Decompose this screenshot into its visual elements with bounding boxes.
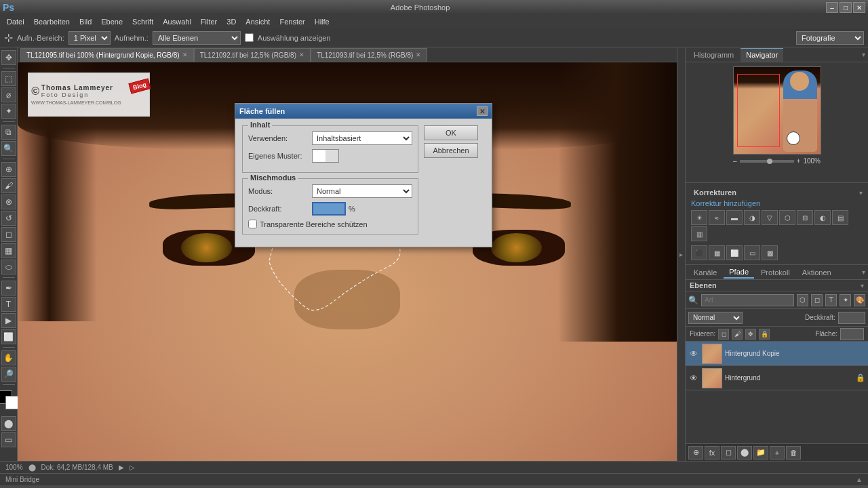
k-photo-icon[interactable]: ▤ [832,210,848,225]
eyedropper-tool[interactable]: 🔍 [1,141,16,156]
tab-1-close[interactable]: ✕ [182,52,188,58]
verwenden-select[interactable]: Inhaltsbasiert Vordergrundfarbe Hintergr… [312,131,412,145]
menu-auswahl[interactable]: Auswahl [159,16,195,27]
aufn-bereich-select[interactable]: 1 Pixel [68,31,111,45]
k-gradient-map-icon[interactable]: ▭ [744,245,760,260]
nav-zoom-thumb[interactable] [767,159,772,164]
layer-filter-btn-2[interactable]: ◻ [811,294,823,306]
aufnehm-select[interactable]: Alle Ebenen [153,31,241,45]
path-select-tool[interactable]: ▶ [1,313,16,328]
stamp-tool[interactable]: ⊗ [1,195,16,209]
menu-bearbeiten[interactable]: Bearbeiten [30,16,74,27]
k-exposure-icon[interactable]: ◑ [744,210,760,225]
magic-wand-tool[interactable]: ✦ [1,104,16,119]
channel-panel-collapse[interactable]: ▾ [862,268,865,276]
modus-select[interactable]: Normal Auflösen Abdunkeln Multiplizieren [312,184,412,198]
k-vibrance-icon[interactable]: ▽ [762,210,778,225]
menu-3d[interactable]: 3D [222,16,240,27]
brush-tool[interactable]: 🖌 [1,178,16,193]
new-group-btn[interactable]: 📁 [753,446,768,460]
layer-filter-btn-1[interactable]: ⬡ [797,294,808,306]
right-panel-collapse[interactable]: ▸ [677,47,685,461]
nav-view-box[interactable] [737,74,780,147]
pattern-preview[interactable] [312,149,339,163]
cancel-button[interactable]: Abbrechen [424,143,478,158]
k-threshold-icon[interactable]: ⬜ [726,245,743,260]
korrektur-hinzufuegen-link[interactable]: Korrektur hinzufügen [688,198,763,209]
minimize-button[interactable]: – [826,2,838,13]
new-layer-btn[interactable]: + [770,446,785,460]
tab-navigator[interactable]: Navigator [741,48,783,62]
lasso-tool[interactable]: ⌀ [1,87,16,102]
k-invert-icon[interactable]: ⬛ [691,245,707,260]
nav-panel-collapse[interactable]: ▾ [862,51,865,58]
menu-datei[interactable]: Datei [3,16,28,27]
menu-ebene[interactable]: Ebene [97,16,127,27]
k-curves-icon[interactable]: ≈ [709,210,725,225]
korrekturen-collapse[interactable]: ▾ [859,189,863,197]
layer-search-input[interactable] [701,294,794,306]
quick-mask-btn[interactable]: ⬤ [1,416,16,431]
layer-filter-btn-5[interactable]: 🎨 [854,294,865,306]
history-brush-tool[interactable]: ↺ [1,211,16,226]
gradient-tool[interactable]: ▦ [1,243,16,258]
k-colorbal-icon[interactable]: ⊟ [797,210,813,225]
k-posterize-icon[interactable]: ▦ [709,245,725,260]
eraser-tool[interactable]: ◻ [1,227,16,242]
menu-ansicht[interactable]: Ansicht [241,16,274,27]
fix-position-icon[interactable]: ✥ [745,329,756,340]
fix-all-icon[interactable]: 🔒 [759,329,770,340]
text-tool[interactable]: T [1,297,16,312]
shape-tool[interactable]: ⬜ [1,329,16,344]
tab-aktionen[interactable]: Aktionen [797,267,837,278]
k-channel-icon[interactable]: ▥ [691,226,707,241]
marquee-tool[interactable]: ⬚ [1,71,16,86]
transparent-checkbox[interactable] [248,220,257,228]
tab-2-close[interactable]: ✕ [299,52,304,58]
fill-dialog-close-button[interactable]: ✕ [477,106,488,116]
fix-transparent-icon[interactable]: ◻ [718,329,729,340]
layer-item-hintergrund[interactable]: 👁 Hintergrund 🔒 [686,366,868,390]
layer-filter-btn-3[interactable]: T [825,294,837,306]
tab-2[interactable]: TL121092.tif bei 12,5% (RGB/8) ✕ [194,48,311,62]
zoom-in-icon[interactable]: + [797,157,801,165]
screen-mode-btn[interactable]: ▭ [1,432,16,447]
add-style-btn[interactable]: fx [705,446,719,460]
selection-tool-icon[interactable]: ⊹ [4,31,13,44]
tab-kanale[interactable]: Kanäle [688,267,722,278]
tab-histogramm[interactable]: Histogramm [688,48,739,62]
pen-tool[interactable]: ✒ [1,281,16,296]
layers-panel-collapse[interactable]: ▾ [861,282,864,289]
menu-filter[interactable]: Filter [197,16,221,27]
move-tool[interactable]: ✥ [1,50,16,65]
menu-bild[interactable]: Bild [75,16,96,27]
k-brightness-icon[interactable]: ☀ [691,210,707,225]
k-selective-icon[interactable]: ▩ [762,245,778,260]
quick-mask-icon[interactable]: ⬤ [1,416,16,431]
menu-hilfe[interactable]: Hilfe [311,16,334,27]
flaeche-input[interactable]: 100% [840,328,864,340]
playback-icon[interactable]: ▶ [119,464,124,471]
layer-item-hintergrund-kopie[interactable]: 👁 Hintergrund Kopie [686,342,868,366]
layer-eye-2[interactable]: 👁 [688,373,699,384]
crop-tool[interactable]: ⧉ [1,125,16,140]
deckkraft-input[interactable]: 100 [312,202,346,216]
menu-schrift[interactable]: Schrift [128,16,157,27]
k-hue-icon[interactable]: ⬡ [779,210,795,225]
opacity-input[interactable]: 32% [838,312,865,324]
k-bw-icon[interactable]: ◐ [814,210,831,225]
zoom-tool[interactable]: 🔎 [1,367,16,382]
k-levels-icon[interactable]: ▬ [726,210,743,225]
dodge-tool[interactable]: ⬭ [1,260,16,274]
background-color[interactable] [5,396,19,409]
color-swatches[interactable] [0,390,19,409]
delete-layer-btn[interactable]: 🗑 [786,446,801,460]
fix-pixel-icon[interactable]: 🖌 [732,329,743,340]
hand-tool[interactable]: ✋ [1,350,16,365]
add-mask-btn[interactable]: ◻ [721,446,736,460]
auswahlung-checkbox[interactable] [245,33,254,42]
layer-filter-btn-4[interactable]: ✦ [840,294,851,306]
layer-eye-1[interactable]: 👁 [688,348,699,359]
spot-heal-tool[interactable]: ⊕ [1,162,16,177]
nav-zoom-slider[interactable] [740,160,794,163]
